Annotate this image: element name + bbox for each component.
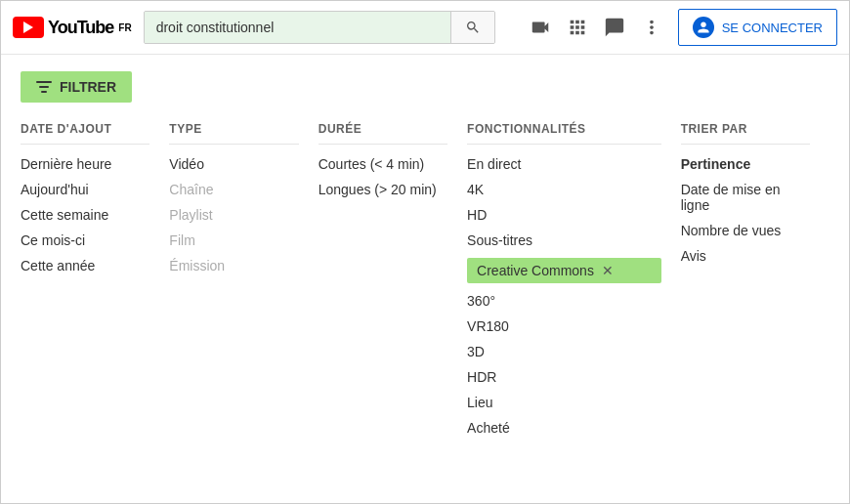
creative-commons-label: Creative Commons <box>477 263 594 278</box>
header: YouTubeFR droit constitutionnel <box>1 1 849 55</box>
youtube-logo[interactable]: YouTubeFR <box>13 17 132 38</box>
message-icon[interactable] <box>604 17 625 38</box>
filter-col-duree: DURÉE Courtes (< 4 min) Longues (> 20 mi… <box>319 122 467 436</box>
filter-col-fonctionnalites: FONCTIONNALITÉS En direct 4K HD Sous-tit… <box>467 122 681 436</box>
filter-col-trier: TRIER PAR Pertinence Date de mise en lig… <box>681 122 829 436</box>
header-icons: SE CONNECTER <box>530 9 837 46</box>
filter-col-date: DATE D'AJOUT Dernière heure Aujourd'hui … <box>21 122 169 436</box>
connect-user-icon <box>693 17 714 38</box>
date-item-annee[interactable]: Cette année <box>21 258 149 273</box>
fonc-endirect[interactable]: En direct <box>467 156 661 172</box>
search-icon <box>465 20 481 35</box>
logo-area: YouTubeFR <box>13 17 132 38</box>
search-button[interactable] <box>450 12 494 43</box>
camera-icon[interactable] <box>530 17 551 38</box>
fonc-hdr[interactable]: HDR <box>467 369 661 385</box>
fonc-4k[interactable]: 4K <box>467 182 661 197</box>
type-emission[interactable]: Émission <box>169 258 298 273</box>
duree-items: Courtes (< 4 min) Longues (> 20 min) <box>319 156 447 197</box>
trier-header: TRIER PAR <box>681 122 810 145</box>
filter-label: FILTRER <box>60 79 116 95</box>
content-area: FILTRER DATE D'AJOUT Dernière heure Aujo… <box>1 55 849 503</box>
fonc-creativecommons[interactable]: Creative Commons ✕ <box>467 258 661 283</box>
filter-col-type: TYPE Vidéo Chaîne Playlist Film Émission <box>169 122 318 436</box>
fonc-vr180[interactable]: VR180 <box>467 318 661 334</box>
fonctionnalites-header: FONCTIONNALITÉS <box>467 122 661 145</box>
duree-longues[interactable]: Longues (> 20 min) <box>319 182 447 197</box>
type-film[interactable]: Film <box>169 232 298 248</box>
grid-icon[interactable] <box>567 17 588 38</box>
duree-header: DURÉE <box>319 122 447 145</box>
type-header: TYPE <box>169 122 298 145</box>
fonc-achete[interactable]: Acheté <box>467 420 661 436</box>
trier-vues[interactable]: Nombre de vues <box>681 223 810 238</box>
more-icon[interactable] <box>641 17 662 38</box>
youtube-text: YouTube <box>48 18 113 38</box>
trier-pertinence[interactable]: Pertinence <box>681 156 810 172</box>
fonc-lieu[interactable]: Lieu <box>467 395 661 410</box>
connect-label: SE CONNECTER <box>722 21 823 35</box>
connect-button[interactable]: SE CONNECTER <box>678 9 837 46</box>
filter-columns: DATE D'AJOUT Dernière heure Aujourd'hui … <box>21 122 829 436</box>
date-item-semaine[interactable]: Cette semaine <box>21 207 149 223</box>
creative-commons-close[interactable]: ✕ <box>602 264 614 277</box>
fonc-360[interactable]: 360° <box>467 293 661 309</box>
type-playlist[interactable]: Playlist <box>169 207 298 223</box>
filter-icon <box>36 79 52 95</box>
trier-date[interactable]: Date de mise en ligne <box>681 182 810 213</box>
date-items: Dernière heure Aujourd'hui Cette semaine… <box>21 156 149 273</box>
type-video[interactable]: Vidéo <box>169 156 298 172</box>
date-item-derniere[interactable]: Dernière heure <box>21 156 149 172</box>
fonc-3d[interactable]: 3D <box>467 344 661 359</box>
fonctionnalites-items: En direct 4K HD Sous-titres Creative Com… <box>467 156 661 436</box>
fonc-hd[interactable]: HD <box>467 207 661 223</box>
search-bar: droit constitutionnel <box>144 11 495 44</box>
date-item-aujourdhui[interactable]: Aujourd'hui <box>21 182 149 197</box>
fonc-soustitres[interactable]: Sous-titres <box>467 232 661 248</box>
duree-courtes[interactable]: Courtes (< 4 min) <box>319 156 447 172</box>
type-items: Vidéo Chaîne Playlist Film Émission <box>169 156 298 273</box>
trier-items: Pertinence Date de mise en ligne Nombre … <box>681 156 810 264</box>
filter-button[interactable]: FILTRER <box>21 71 132 103</box>
youtube-fr: FR <box>118 22 131 33</box>
search-input[interactable]: droit constitutionnel <box>145 12 450 43</box>
type-chaine[interactable]: Chaîne <box>169 182 298 197</box>
youtube-icon <box>13 17 44 38</box>
date-item-mois[interactable]: Ce mois-ci <box>21 232 149 248</box>
trier-avis[interactable]: Avis <box>681 248 810 264</box>
date-header: DATE D'AJOUT <box>21 122 149 145</box>
